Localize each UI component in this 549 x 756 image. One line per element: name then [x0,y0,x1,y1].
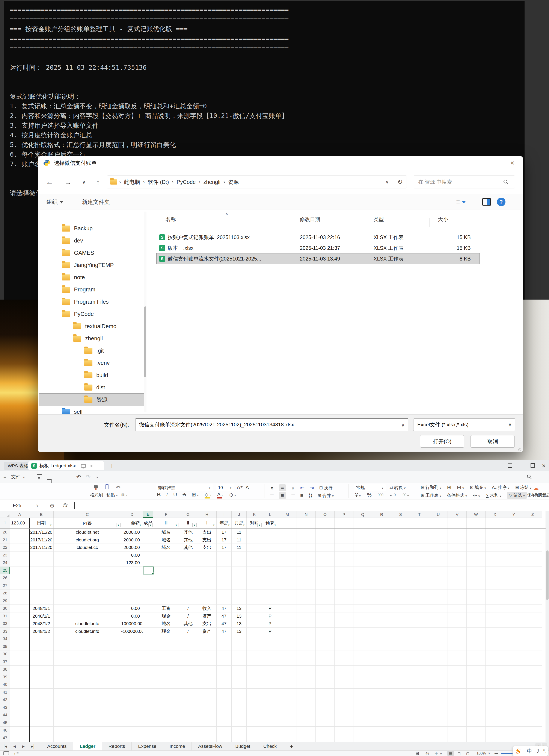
cell-L29[interactable] [262,597,278,605]
vertical-scrollbar[interactable] [546,511,549,742]
cell-P36[interactable] [334,650,353,658]
cell-A47[interactable] [10,734,29,742]
cell-R34[interactable] [372,635,391,643]
cell-X44[interactable] [485,711,504,719]
cell-R27[interactable] [372,582,391,590]
cell-S35[interactable] [391,643,410,651]
cell-A41[interactable] [10,689,29,696]
cell-M38[interactable] [278,666,297,673]
cell-S39[interactable] [391,673,410,681]
cell-B20[interactable]: 2017/11/20 [29,529,54,536]
cell-C25[interactable] [54,567,121,574]
cell-L40[interactable] [262,681,278,689]
cell-H41[interactable] [197,689,217,696]
cell-W30[interactable] [467,605,485,612]
macro-icon[interactable] [3,751,9,755]
column-header-N[interactable]: N [297,511,316,518]
cell-B41[interactable] [29,689,54,696]
cell-B26[interactable] [29,574,54,582]
cell-R40[interactable] [372,681,391,689]
row-header-39[interactable]: 39 [0,673,10,681]
number-format-select[interactable]: 常规∨ [354,484,386,491]
cell-U23[interactable] [429,551,448,559]
cell-M31[interactable] [278,612,297,620]
cell-T23[interactable] [410,551,429,559]
cell-T40[interactable] [410,681,429,689]
cell-E33[interactable] [143,628,153,635]
eye-icon[interactable]: ◎ [425,751,429,756]
cell-Y47[interactable] [504,734,523,742]
ime-fullhalf-icon[interactable]: ☽ [535,748,540,754]
cell-G21[interactable]: 其他 [179,536,197,544]
cell-H27[interactable] [197,582,217,590]
cell-G31[interactable]: / [179,612,197,620]
cell-N28[interactable] [297,589,316,597]
filetype-select[interactable]: Excel文件 (*.xlsx;*.xls)∨ [413,418,515,431]
cell-P39[interactable] [334,673,353,681]
cell-B47[interactable] [29,734,54,742]
cell-Z45[interactable] [523,719,542,727]
cell-I43[interactable] [217,704,232,712]
cell-P23[interactable] [334,551,353,559]
cell-J20[interactable]: 11 [232,529,247,536]
cell-C43[interactable] [54,704,121,712]
cell-R36[interactable] [372,650,391,658]
row-header-35[interactable]: 35 [0,643,10,651]
sidebar-item-build[interactable]: build [39,369,144,381]
cell-D32[interactable]: 100000.00 [121,620,143,628]
cell-I41[interactable] [217,689,232,696]
filter-button[interactable]: ▽ 筛选∨ [507,492,527,499]
cell-V1[interactable] [448,518,467,529]
cell-P25[interactable] [334,567,353,574]
cell-Y26[interactable] [504,574,523,582]
cell-G29[interactable] [179,597,197,605]
cell-O46[interactable] [316,727,334,734]
select-mode-icon[interactable]: ✛ ∨ [434,751,442,756]
cell-B23[interactable] [29,551,54,559]
cell-V45[interactable] [448,719,467,727]
cell-P42[interactable] [334,696,353,704]
sidebar-item-zhengli[interactable]: zhengli [39,332,144,345]
cell-Y46[interactable] [504,727,523,734]
cell-C46[interactable] [54,727,121,734]
row-header-24[interactable]: 24 [0,559,10,567]
cell-O29[interactable] [316,597,334,605]
cell-R33[interactable] [372,628,391,635]
row-header-1[interactable]: 1 [0,518,10,529]
cell-P34[interactable] [334,635,353,643]
row-header-31[interactable]: 31 [0,612,10,620]
cell-M36[interactable] [278,650,297,658]
cell-K43[interactable] [247,704,262,712]
cell-O28[interactable] [316,589,334,597]
workspace-icon[interactable] [505,460,515,471]
cell-V22[interactable] [448,544,467,551]
cell-U36[interactable] [429,650,448,658]
cell-G46[interactable] [179,727,197,734]
cell-N23[interactable] [297,551,316,559]
cell-W46[interactable] [467,727,485,734]
cell-S44[interactable] [391,711,410,719]
search-input[interactable]: 在 资源 中搜索 [414,176,515,188]
new-document-icon[interactable]: + [110,462,114,470]
cell-Q34[interactable] [353,635,372,643]
cell-V24[interactable] [448,559,467,567]
cell-style-icon[interactable]: ⊞∨ [457,484,464,490]
cell-F20[interactable]: 域名 [153,529,179,536]
cell-R22[interactable] [372,544,391,551]
filter-icon[interactable]: ▼ [242,523,246,527]
cell-S24[interactable] [391,559,410,567]
cell-D34[interactable] [121,635,143,643]
cell-E38[interactable] [143,666,153,673]
borders-icon[interactable]: ⊞∨ [192,492,199,498]
window-close-icon[interactable]: × [539,460,549,471]
cell-U46[interactable] [429,727,448,734]
cell-B42[interactable] [29,696,54,704]
cell-V33[interactable] [448,628,467,635]
cell-G24[interactable] [179,559,197,567]
wrap-text-button[interactable]: ⊟ 换行 [319,485,332,491]
cell-N47[interactable] [297,734,316,742]
table-style-icon[interactable]: ⊞ [447,484,451,490]
cell-X32[interactable] [485,620,504,628]
cut-icon[interactable]: ✂ [116,484,121,490]
filter-icon[interactable]: ▼ [192,523,197,527]
